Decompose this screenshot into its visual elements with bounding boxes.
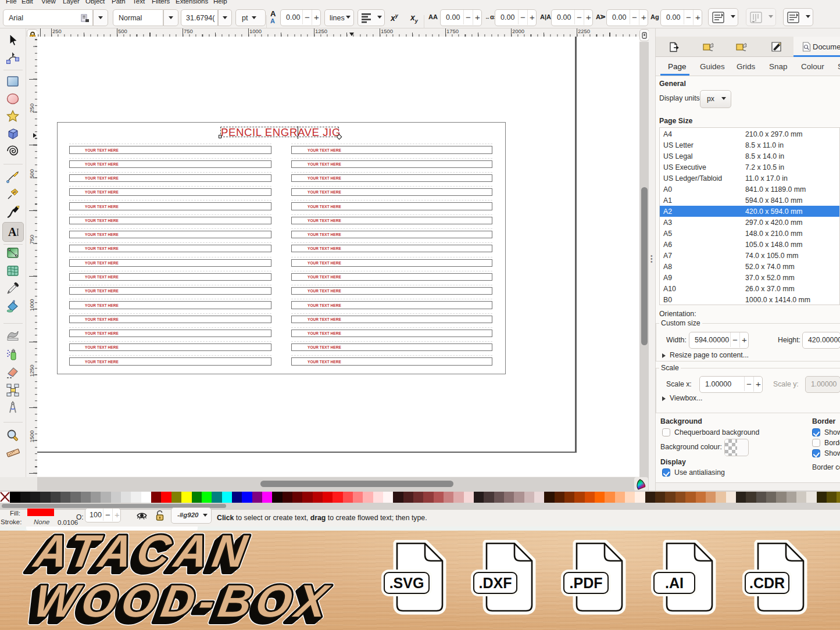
svg-text:A: A [8, 225, 17, 238]
svg-text:WOOD-BOX: WOOD-BOX [30, 576, 336, 627]
svg-text:ATACAN: ATACAN [30, 531, 256, 577]
